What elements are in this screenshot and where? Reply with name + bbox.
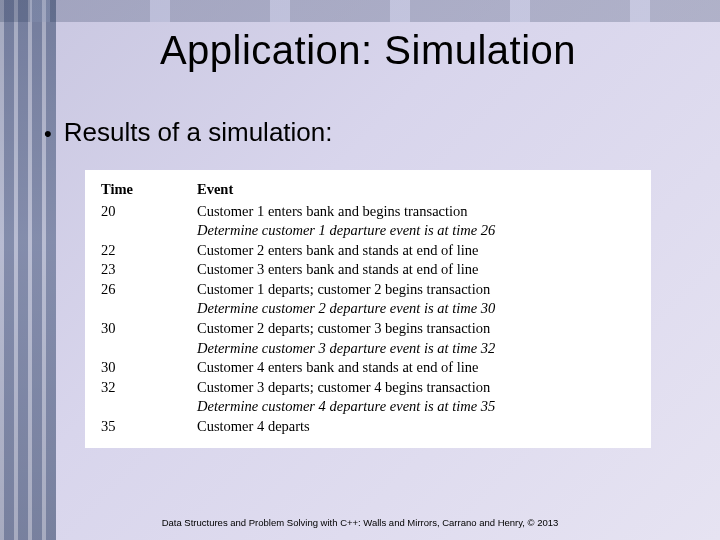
simulation-table: Time Event 20Customer 1 enters bank and … (85, 170, 651, 448)
cell-time: 35 (101, 417, 197, 437)
bullet-text: Results of a simulation: (64, 117, 333, 148)
table-row: Determine customer 4 departure event is … (101, 397, 635, 417)
cell-time: 32 (101, 378, 197, 398)
cell-event: Determine customer 2 departure event is … (197, 299, 635, 319)
cell-time: 22 (101, 241, 197, 261)
cell-time: 30 (101, 358, 197, 378)
table-row: 26Customer 1 departs; customer 2 begins … (101, 280, 635, 300)
cell-event: Determine customer 1 departure event is … (197, 221, 635, 241)
slide-footer: Data Structures and Problem Solving with… (0, 517, 720, 528)
bullet-item: • Results of a simulation: (44, 117, 680, 148)
cell-event: Customer 4 departs (197, 417, 635, 437)
cell-time: 26 (101, 280, 197, 300)
slide-title: Application: Simulation (56, 28, 680, 73)
cell-time (101, 339, 197, 359)
cell-event: Customer 4 enters bank and stands at end… (197, 358, 635, 378)
header-event: Event (197, 180, 635, 200)
table-row: Determine customer 3 departure event is … (101, 339, 635, 359)
cell-event: Customer 3 departs; customer 4 begins tr… (197, 378, 635, 398)
cell-event: Determine customer 3 departure event is … (197, 339, 635, 359)
bullet-icon: • (44, 123, 52, 145)
cell-event: Customer 2 enters bank and stands at end… (197, 241, 635, 261)
cell-time (101, 221, 197, 241)
slide-body: Application: Simulation • Results of a s… (0, 0, 720, 540)
table-row: 32Customer 3 departs; customer 4 begins … (101, 378, 635, 398)
table-row: Determine customer 2 departure event is … (101, 299, 635, 319)
table-row: 35Customer 4 departs (101, 417, 635, 437)
cell-event: Customer 2 departs; customer 3 begins tr… (197, 319, 635, 339)
table-row: 30Customer 2 departs; customer 3 begins … (101, 319, 635, 339)
table-row: 22Customer 2 enters bank and stands at e… (101, 241, 635, 261)
table-row: Determine customer 1 departure event is … (101, 221, 635, 241)
table-header-row: Time Event (101, 180, 635, 200)
header-time: Time (101, 180, 197, 200)
cell-time (101, 397, 197, 417)
table-row: 23Customer 3 enters bank and stands at e… (101, 260, 635, 280)
cell-time (101, 299, 197, 319)
cell-event: Customer 3 enters bank and stands at end… (197, 260, 635, 280)
cell-time: 20 (101, 202, 197, 222)
table-row: 20Customer 1 enters bank and begins tran… (101, 202, 635, 222)
cell-time: 23 (101, 260, 197, 280)
cell-event: Customer 1 departs; customer 2 begins tr… (197, 280, 635, 300)
cell-event: Customer 1 enters bank and begins transa… (197, 202, 635, 222)
table-row: 30Customer 4 enters bank and stands at e… (101, 358, 635, 378)
cell-time: 30 (101, 319, 197, 339)
cell-event: Determine customer 4 departure event is … (197, 397, 635, 417)
